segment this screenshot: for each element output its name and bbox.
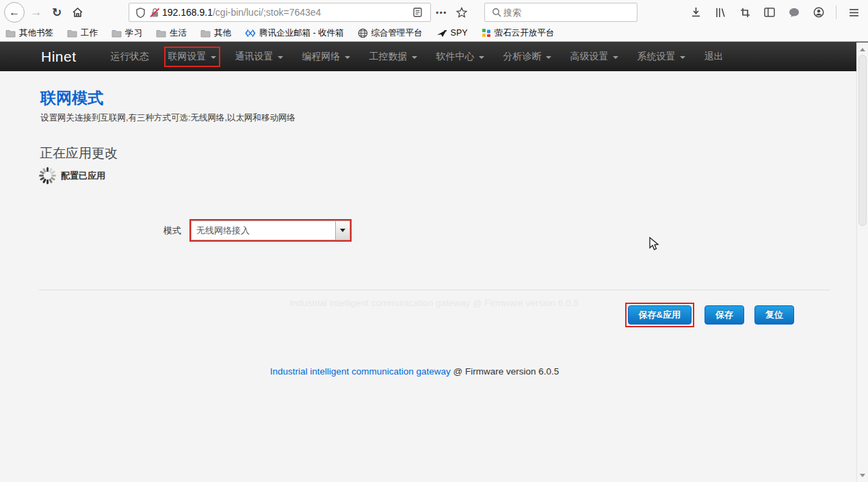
chevron-down-icon (680, 56, 685, 59)
save-apply-button[interactable]: 保存&应用 (628, 305, 692, 325)
nav-item-industrial-data[interactable]: 工控数据 (369, 51, 417, 63)
action-buttons: 保存&应用 保存 复位 (625, 303, 794, 327)
page-footer: Industrial intelligent communication gat… (0, 366, 829, 377)
chevron-down-icon (546, 56, 551, 59)
search-input[interactable] (503, 8, 613, 18)
nav-item-logout[interactable]: 退出 (705, 51, 724, 63)
bookmark-spy[interactable]: SPY (436, 28, 468, 38)
chevron-down-icon (613, 56, 618, 59)
nav-item-system-settings[interactable]: 系统设置 (637, 51, 685, 63)
reset-button[interactable]: 复位 (754, 305, 794, 325)
nav-item-programming-network[interactable]: 编程网络 (302, 51, 350, 63)
page-content: 联网模式 设置网关连接到互联网,有三种方式可选:无线网络,以太网和移动网络 正在… (0, 71, 868, 482)
nav-item-advanced-settings[interactable]: 高级设置 (570, 51, 618, 63)
brand-logo[interactable]: Hinet (41, 49, 77, 65)
scrollbar-thumb[interactable] (858, 55, 867, 226)
section-divider (39, 290, 830, 290)
mode-label: 模式 (123, 225, 181, 237)
refresh-button[interactable]: ↻ (47, 2, 67, 23)
folder-icon (156, 29, 166, 38)
bookmark-study[interactable]: 学习 (111, 27, 142, 39)
save-apply-annotation: 保存&应用 (625, 303, 694, 327)
tencent-mail-icon (245, 29, 256, 38)
bookmark-star-icon[interactable] (451, 2, 472, 23)
ezviz-grid-icon (482, 28, 491, 38)
chevron-down-icon (345, 56, 350, 59)
chevron-down-icon (479, 56, 484, 59)
config-applied-status: 配置已应用 (61, 170, 105, 182)
scroll-down-icon[interactable] (857, 470, 868, 481)
nav-item-network-settings[interactable]: 联网设置 (168, 51, 216, 63)
bookmarks-bar: 其他书签 工作 学习 生活 其他 腾讯企业邮箱 - 收件箱 综合管理平台 SPY… (0, 25, 868, 42)
download-icon[interactable] (687, 3, 705, 21)
mode-select-value: 无线网络接入 (192, 221, 335, 240)
forward-button[interactable]: → (26, 2, 47, 23)
back-button[interactable]: ← (4, 2, 25, 23)
broken-lock-icon[interactable] (147, 3, 162, 21)
firmware-version: @ Firmware version 6.0.5 (451, 366, 560, 377)
browser-toolbar: ← → ↻ 192.168.9.1 /cgi-bin/luci/;stok=76… (0, 0, 868, 25)
bookmark-work[interactable]: 工作 (67, 27, 98, 39)
home-button[interactable] (67, 2, 88, 23)
loading-spinner-icon (38, 166, 57, 185)
account-icon[interactable] (810, 3, 828, 21)
save-button[interactable]: 保存 (705, 305, 744, 325)
applying-changes-heading: 正在应用更改 (40, 144, 118, 162)
scroll-up-icon[interactable] (857, 44, 868, 55)
bookmark-life[interactable]: 生活 (156, 27, 187, 39)
url-host: 192.168.9.1 (162, 7, 213, 18)
mode-select[interactable]: 无线网络接入 (191, 220, 350, 240)
search-bar[interactable] (484, 3, 637, 22)
folder-icon (200, 29, 211, 38)
home-icon (72, 7, 83, 18)
page-scrollbar[interactable] (856, 42, 868, 482)
shield-icon[interactable] (133, 3, 147, 21)
chevron-down-icon (278, 56, 283, 59)
messenger-icon[interactable] (785, 3, 803, 21)
mode-select-annotation: 无线网络接入 (189, 219, 352, 242)
menu-icon[interactable] (845, 3, 863, 21)
apply-status-row: 配置已应用 (38, 166, 105, 185)
folder-icon (5, 29, 16, 38)
bookmark-tencent-mail[interactable]: 腾讯企业邮箱 - 收件箱 (245, 27, 344, 39)
nav-item-comm-settings[interactable]: 通讯设置 (235, 51, 283, 63)
url-path: /cgi-bin/luci/;stok=7643e4 (213, 7, 408, 18)
globe-icon (358, 28, 368, 38)
page-subtitle: 设置网关连接到互联网,有三种方式可选:无线网络,以太网和移动网络 (40, 112, 295, 124)
folder-icon (111, 29, 122, 38)
library-icon[interactable] (711, 3, 729, 21)
page-title: 联网模式 (40, 88, 103, 109)
bookmark-other-bookmarks[interactable]: 其他书签 (5, 27, 53, 39)
nav-item-analysis-diagnosis[interactable]: 分析诊断 (503, 51, 551, 63)
site-navbar: Hinet 运行状态 联网设置 通讯设置 编程网络 工控数据 软件中心 分析诊断… (0, 42, 868, 71)
sidebar-icon[interactable] (761, 3, 778, 21)
chevron-down-icon (412, 56, 417, 59)
url-bar[interactable]: 192.168.9.1 /cgi-bin/luci/;stok=7643e4 (129, 3, 431, 22)
nav-item-software-center[interactable]: 软件中心 (436, 51, 484, 63)
bookmark-ezviz[interactable]: 萤石云开放平台 (482, 27, 555, 39)
toolbar-separator (836, 5, 837, 19)
reader-mode-icon[interactable] (408, 3, 426, 21)
nav-item-status[interactable]: 运行状态 (111, 51, 149, 63)
chevron-down-icon (340, 229, 345, 232)
bookmark-misc[interactable]: 其他 (200, 27, 231, 39)
select-dropdown-button[interactable] (335, 221, 350, 240)
page-actions-icon[interactable]: ⋯ (431, 2, 451, 23)
screenshot-icon[interactable] (736, 3, 754, 21)
gateway-link[interactable]: Industrial intelligent communication gat… (270, 366, 451, 377)
search-icon (490, 3, 503, 21)
chevron-down-icon (211, 56, 216, 59)
folder-icon (67, 29, 77, 38)
mouse-cursor (647, 237, 661, 252)
spy-bird-icon (436, 29, 447, 38)
bookmark-management-platform[interactable]: 综合管理平台 (358, 27, 423, 39)
